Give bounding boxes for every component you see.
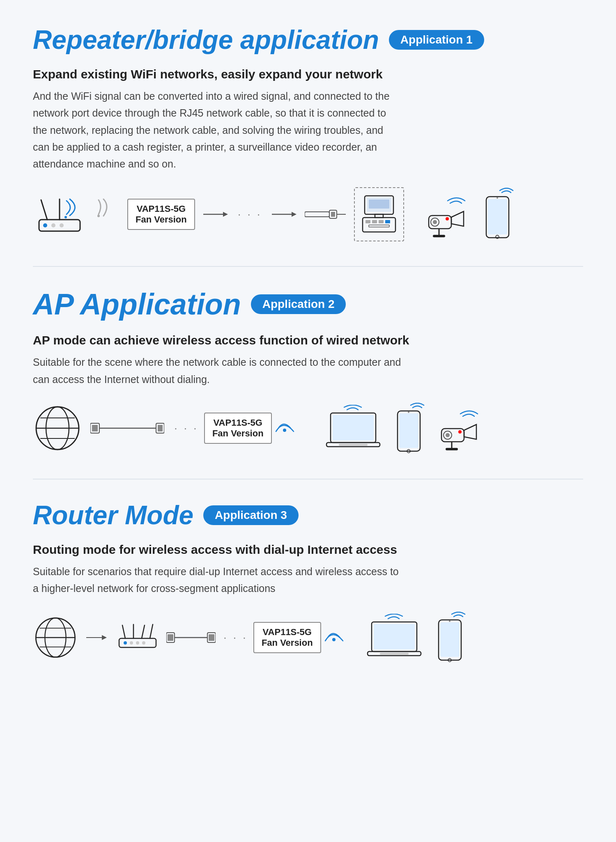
laptop-icon-2: [365, 614, 423, 663]
router-icon: [33, 192, 86, 237]
section3-title: Router Mode: [33, 500, 193, 530]
diagram1: VAP11S-5G Fan Version · · ·: [33, 187, 583, 241]
svg-rect-23: [379, 220, 384, 223]
section1-header: Repeater/bridge application Application …: [33, 25, 583, 55]
svg-point-84: [332, 638, 336, 641]
svg-point-72: [130, 641, 133, 645]
dots1: · · ·: [238, 208, 262, 221]
svg-line-77: [142, 625, 145, 638]
svg-point-74: [142, 641, 145, 645]
svg-marker-11: [292, 212, 297, 217]
wifi-waves-icon: [94, 198, 119, 231]
router-device-icon: [115, 621, 160, 654]
device-box-ap-wrap: VAP11S-5G Fan Version: [204, 413, 296, 444]
svg-line-4: [41, 200, 47, 220]
svg-point-3: [60, 223, 64, 227]
section2-subtitle: AP mode can achieve wireless access func…: [33, 333, 583, 347]
svg-rect-46: [158, 425, 163, 431]
section1-badge: Application 1: [389, 30, 484, 50]
svg-point-36: [496, 197, 498, 199]
device-box-3: VAP11S-5G Fan Version: [253, 622, 321, 653]
section3-body: Suitable for scenarios that require dial…: [33, 563, 402, 597]
svg-line-75: [122, 625, 125, 638]
section3-header: Router Mode Application 3: [33, 500, 583, 530]
svg-marker-69: [102, 635, 107, 640]
right-devices-ap: [324, 403, 483, 454]
svg-line-78: [150, 624, 153, 638]
svg-point-30: [446, 217, 449, 220]
svg-point-47: [283, 429, 286, 432]
svg-rect-49: [333, 415, 374, 441]
svg-rect-25: [369, 225, 389, 227]
svg-rect-21: [365, 220, 370, 223]
right-devices-router: [365, 612, 466, 663]
svg-point-1: [43, 223, 47, 227]
svg-point-59: [446, 433, 450, 437]
section-repeater: Repeater/bridge application Application …: [33, 25, 583, 241]
svg-point-6: [64, 216, 67, 218]
section3-badge: Application 3: [203, 505, 299, 525]
svg-rect-88: [380, 653, 409, 655]
section1-body: And the WiFi signal can be converted int…: [33, 88, 402, 172]
svg-rect-80: [168, 634, 173, 641]
smartphone-icon-2: [394, 403, 425, 454]
svg-point-7: [97, 215, 100, 217]
cash-register-icon: [361, 194, 398, 235]
svg-rect-62: [446, 448, 458, 450]
device-box-1: VAP11S-5G Fan Version: [127, 199, 195, 230]
svg-rect-22: [372, 220, 377, 223]
security-camera-icon-2: [437, 409, 483, 454]
device-label3-line2: Fan Version: [262, 638, 313, 648]
section2-badge: Application 2: [251, 294, 346, 314]
section2-header: AP Application Application 2: [33, 287, 583, 321]
globe-icon-2: [33, 615, 78, 660]
svg-point-92: [449, 620, 451, 622]
svg-marker-57: [464, 424, 476, 439]
device-label3-line1: VAP11S-5G: [262, 627, 313, 638]
wifi-right-icon-3: [324, 625, 345, 650]
svg-marker-27: [451, 211, 464, 226]
svg-point-60: [458, 430, 462, 434]
security-camera-icon: [425, 196, 470, 241]
divider1: [33, 266, 583, 267]
right-device-icons: [425, 188, 515, 241]
section3-subtitle: Routing mode for wireless access with di…: [33, 543, 583, 557]
dots2: · · ·: [174, 422, 198, 435]
dots3: · · ·: [223, 631, 248, 644]
svg-rect-90: [440, 622, 460, 657]
globe-icon: [33, 404, 82, 453]
arrow1: [203, 210, 228, 218]
laptop-icon: [324, 405, 382, 454]
svg-rect-53: [399, 413, 418, 448]
svg-point-2: [51, 223, 55, 227]
svg-point-73: [136, 641, 139, 645]
device-box-2: VAP11S-5G Fan Version: [204, 413, 272, 444]
svg-rect-18: [369, 200, 389, 209]
svg-rect-12: [305, 212, 329, 217]
diagram3: · · · VAP11S-5G Fan Version: [33, 612, 583, 663]
device-box-router-wrap: VAP11S-5G Fan Version: [253, 622, 345, 653]
dashed-devices-box: [354, 187, 404, 241]
svg-marker-9: [223, 212, 228, 217]
device-label-line2: Fan Version: [136, 214, 187, 225]
smartphone-icon-3: [435, 612, 466, 663]
svg-rect-43: [92, 425, 98, 431]
section-ap: AP Application Application 2 AP mode can…: [33, 287, 583, 454]
wifi-right-icon: [275, 416, 296, 441]
section1-subtitle: Expand existing WiFi networks, easily ex…: [33, 67, 583, 81]
svg-rect-83: [209, 634, 214, 641]
divider2: [33, 479, 583, 480]
svg-rect-32: [433, 235, 445, 237]
arrow2: [272, 210, 297, 218]
device-label2-line2: Fan Version: [212, 428, 264, 439]
svg-point-71: [124, 641, 127, 645]
device-label-line1: VAP11S-5G: [136, 204, 187, 214]
device-label2-line1: VAP11S-5G: [212, 418, 264, 428]
diagram2: · · · VAP11S-5G Fan Version: [33, 403, 583, 454]
svg-rect-34: [488, 199, 507, 234]
svg-rect-86: [374, 624, 415, 649]
cable-connector-icon: [90, 420, 164, 436]
section-router: Router Mode Application 3 Routing mode f…: [33, 500, 583, 663]
section2-body: Suitable for the scene where the network…: [33, 354, 402, 388]
svg-rect-51: [339, 444, 368, 446]
